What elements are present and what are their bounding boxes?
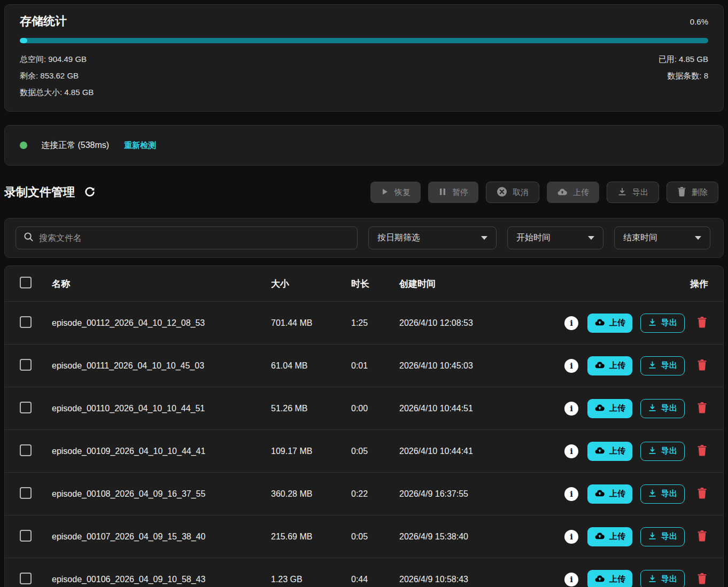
download-icon <box>648 446 657 457</box>
row-upload-button[interactable]: 上传 <box>587 442 632 461</box>
search-input[interactable] <box>39 233 350 243</box>
row-delete-button[interactable] <box>696 317 708 330</box>
row-checkbox[interactable] <box>20 444 32 456</box>
storage-data-total: 数据总大小: 4.85 GB <box>20 84 94 100</box>
refresh-icon[interactable] <box>83 186 96 199</box>
trash-icon <box>697 488 707 500</box>
cloud-upload-icon <box>557 186 568 199</box>
download-icon <box>648 531 657 542</box>
trash-icon <box>697 573 707 586</box>
row-checkbox[interactable] <box>20 316 32 328</box>
row-delete-button[interactable] <box>696 573 708 586</box>
file-name: episode_00110_2026_04_10_10_44_51 <box>52 404 271 413</box>
row-actions: i 上传 导出 <box>560 527 708 546</box>
header-size: 大小 <box>271 278 351 290</box>
cloud-upload-icon <box>594 359 605 372</box>
trash-icon <box>697 445 707 458</box>
info-icon[interactable]: i <box>564 359 578 373</box>
search-box <box>16 226 358 249</box>
delete-button[interactable]: 删除 <box>667 182 718 203</box>
table-row: episode_00110_2026_04_10_10_44_51 51.26 … <box>5 387 723 429</box>
download-icon <box>648 318 657 328</box>
resume-button[interactable]: 恢复 <box>370 182 421 203</box>
file-duration: 0:44 <box>351 575 399 584</box>
info-icon[interactable]: i <box>564 487 578 501</box>
row-export-button[interactable]: 导出 <box>640 399 685 418</box>
storage-title: 存储统计 <box>20 13 67 29</box>
row-checkbox[interactable] <box>20 530 32 542</box>
upload-button[interactable]: 上传 <box>547 182 599 203</box>
row-upload-button[interactable]: 上传 <box>587 570 632 587</box>
file-created-time: 2026/4/10 12:08:53 <box>399 318 560 328</box>
file-duration: 0:01 <box>351 361 399 371</box>
trash-icon <box>677 187 686 198</box>
file-created-time: 2026/4/9 16:37:55 <box>399 489 560 499</box>
row-delete-button[interactable] <box>696 445 708 458</box>
trash-icon <box>697 530 707 543</box>
date-filter-select[interactable]: 按日期筛选 <box>368 226 497 249</box>
select-all-checkbox[interactable] <box>20 277 32 288</box>
row-export-button[interactable]: 导出 <box>640 356 685 375</box>
pause-icon <box>438 187 447 198</box>
storage-record-count: 数据条数: 8 <box>667 67 708 84</box>
download-icon <box>648 574 657 585</box>
row-checkbox[interactable] <box>20 402 32 413</box>
info-icon[interactable]: i <box>564 530 578 544</box>
row-delete-button[interactable] <box>696 530 708 543</box>
row-actions: i 上传 导出 <box>560 570 708 587</box>
connection-status-panel: 连接正常 (538ms) 重新检测 <box>4 125 724 166</box>
row-upload-button[interactable]: 上传 <box>587 484 632 504</box>
row-export-button[interactable]: 导出 <box>640 314 685 333</box>
info-icon[interactable]: i <box>564 316 578 330</box>
pause-button[interactable]: 暂停 <box>428 182 478 203</box>
file-size: 61.04 MB <box>271 361 351 371</box>
row-checkbox[interactable] <box>20 359 32 371</box>
table-row: episode_00109_2026_04_10_10_44_41 109.17… <box>5 429 723 472</box>
cancel-button[interactable]: 取消 <box>486 182 539 203</box>
storage-free: 剩余: 853.62 GB <box>20 67 79 84</box>
file-size: 215.69 MB <box>271 532 351 542</box>
header-name: 名称 <box>52 278 271 290</box>
storage-progress-fill <box>20 38 27 43</box>
row-upload-button[interactable]: 上传 <box>587 399 632 418</box>
table-row: episode_00106_2026_04_09_10_58_43 1.23 G… <box>5 558 723 587</box>
row-delete-button[interactable] <box>696 402 708 415</box>
row-actions: i 上传 导出 <box>560 399 708 418</box>
file-size: 701.44 MB <box>271 318 351 328</box>
row-export-button[interactable]: 导出 <box>640 527 685 546</box>
row-upload-button[interactable]: 上传 <box>587 314 632 333</box>
row-checkbox[interactable] <box>20 487 32 499</box>
file-duration: 1:25 <box>351 318 399 328</box>
export-button[interactable]: 导出 <box>607 182 659 203</box>
header-duration: 时长 <box>351 278 399 290</box>
row-export-button[interactable]: 导出 <box>640 442 685 461</box>
row-delete-button[interactable] <box>696 488 708 500</box>
file-duration: 0:00 <box>351 404 399 413</box>
info-icon[interactable]: i <box>564 402 578 416</box>
chevron-down-icon <box>588 236 594 240</box>
row-export-button[interactable]: 导出 <box>640 570 685 587</box>
row-checkbox[interactable] <box>20 573 32 584</box>
file-created-time: 2026/4/10 10:45:03 <box>399 361 560 371</box>
row-upload-button[interactable]: 上传 <box>587 356 632 375</box>
storage-stats-panel: 存储统计 0.6% 总空间: 904.49 GB 已用: 4.85 GB 剩余:… <box>4 4 724 112</box>
storage-used: 已用: 4.85 GB <box>659 51 708 67</box>
file-name: episode_00112_2026_04_10_12_08_53 <box>52 318 271 328</box>
recheck-connection-link[interactable]: 重新检测 <box>124 140 156 151</box>
info-icon[interactable]: i <box>564 444 578 458</box>
header-actions: 操作 <box>560 278 708 290</box>
chevron-down-icon <box>481 236 487 240</box>
file-created-time: 2026/4/10 10:44:41 <box>399 447 560 456</box>
download-icon <box>617 187 627 198</box>
info-icon[interactable]: i <box>564 573 578 586</box>
table-body: episode_00112_2026_04_10_12_08_53 701.44… <box>5 301 723 587</box>
row-delete-button[interactable] <box>696 359 708 372</box>
start-time-select[interactable]: 开始时间 <box>507 226 603 249</box>
trash-icon <box>697 317 707 330</box>
table-row: episode_00108_2026_04_09_16_37_55 360.28… <box>5 472 723 515</box>
download-icon <box>648 403 657 414</box>
row-export-button[interactable]: 导出 <box>640 484 685 504</box>
file-name: episode_00108_2026_04_09_16_37_55 <box>52 489 271 499</box>
row-upload-button[interactable]: 上传 <box>587 527 632 546</box>
end-time-select[interactable]: 结束时间 <box>614 226 710 249</box>
